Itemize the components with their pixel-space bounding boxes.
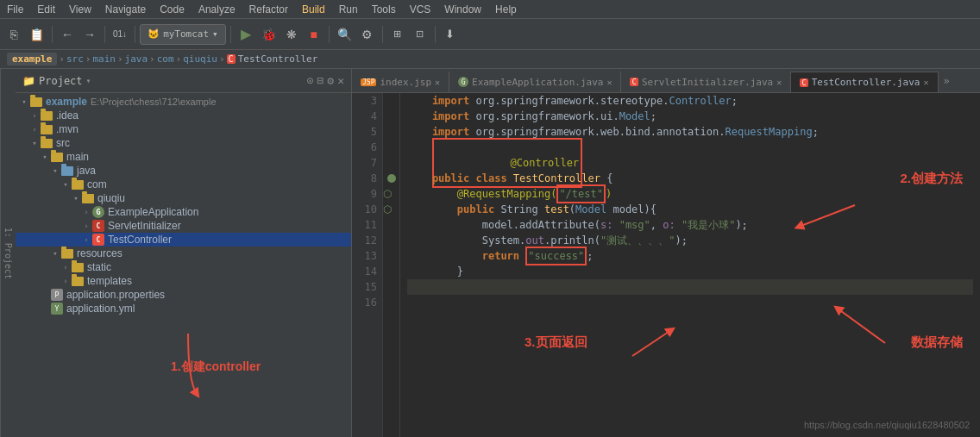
gutter-12 — [383, 264, 399, 279]
tab-servlet-init[interactable]: C ServletInitializer.java ✕ — [621, 72, 791, 92]
toolbar-back[interactable]: ← — [57, 23, 78, 46]
folder-qiuqiu-icon — [81, 192, 95, 204]
arrow-qiuqiu: ▾ — [71, 194, 81, 203]
crumb-com[interactable]: com — [157, 53, 174, 65]
tree-mvn[interactable]: › .mvn — [16, 122, 351, 136]
close-panel-icon[interactable]: ✕ — [337, 74, 344, 87]
tab-close-servlet[interactable]: ✕ — [776, 78, 782, 87]
tab-icon-spring: G — [458, 77, 468, 87]
tree-idea[interactable]: › .idea — [16, 109, 351, 122]
tab-test-controller[interactable]: C TestController.java ✕ — [791, 72, 938, 92]
folder-main-icon — [50, 151, 64, 163]
code-line-11: model.addAttribute(s: "msg", o: "我是小球"); — [407, 217, 973, 233]
menu-run[interactable]: Run — [332, 2, 365, 17]
collapse-icon[interactable]: ⊟ — [317, 74, 324, 87]
code-line-10: public String test(Model model){ — [407, 202, 973, 217]
tab-index-jsp[interactable]: JSP index.jsp ✕ — [352, 72, 449, 92]
toolbar-run[interactable]: ▶ — [236, 23, 256, 46]
tab-label-servlet: ServletInitializer.java — [642, 77, 773, 88]
tree-static[interactable]: › static — [16, 260, 351, 274]
arrow-servlet-init: › — [81, 222, 91, 230]
side-project-label[interactable]: 1: Project — [0, 69, 16, 437]
toolbar-build[interactable]: 01↓ — [110, 23, 130, 46]
menu-help[interactable]: Help — [488, 2, 524, 17]
tree-com[interactable]: ▾ com — [16, 178, 351, 191]
tab-close-example[interactable]: ✕ — [606, 78, 612, 87]
crumb-main[interactable]: main — [92, 53, 116, 65]
toolbar-download[interactable]: ⬇ — [440, 23, 461, 46]
toolbar-paste[interactable]: 📋 — [26, 23, 47, 46]
tree-root-example[interactable]: ▾ example E:\Project\chess\712\example — [16, 95, 351, 109]
tab-icon-servlet: C — [630, 78, 638, 86]
tree-label-example-app: ExampleApplication — [108, 206, 198, 218]
yml-icon: Y — [50, 303, 64, 315]
tree-label-resources: resources — [77, 247, 122, 259]
debug-point — [387, 174, 396, 183]
tree-test-controller[interactable]: › C TestController — [16, 233, 351, 247]
tree-label-qiuqiu: qiuqiu — [97, 192, 125, 204]
toolbar-more[interactable]: ⊡ — [410, 23, 430, 46]
tab-close-tc[interactable]: ✕ — [924, 78, 929, 87]
toolbar-forward[interactable]: → — [79, 23, 100, 46]
menu-code[interactable]: Code — [153, 2, 192, 17]
code-line-16 — [407, 295, 973, 310]
project-folder-icon: 📁 — [22, 75, 35, 87]
ln-12: 12 — [357, 233, 377, 248]
crumb-testcontroller[interactable]: C TestController — [227, 53, 318, 65]
toolbar-vcs[interactable]: ⊞ — [387, 23, 408, 46]
menu-view[interactable]: View — [62, 2, 98, 17]
toolbar-search[interactable]: 🔍 — [334, 23, 355, 46]
arrow-main: ▾ — [40, 153, 50, 161]
menu-tools[interactable]: Tools — [365, 2, 403, 17]
toolbar-copy[interactable]: ⎘ — [3, 23, 24, 46]
project-label: Project — [39, 75, 83, 87]
side-label-text: 1: Project — [3, 227, 13, 278]
tree-servlet-init[interactable]: › C ServletInitializer — [16, 219, 351, 233]
menu-window[interactable]: Window — [437, 2, 488, 17]
tree-path-example: E:\Project\chess\712\example — [91, 97, 217, 107]
menu-analyze[interactable]: Analyze — [192, 2, 242, 17]
tab-close-index[interactable]: ✕ — [435, 78, 440, 87]
tree-example-app[interactable]: › G ExampleApplication — [16, 205, 351, 219]
gutter-10 — [383, 233, 399, 248]
settings-gear-icon[interactable]: ⚙ — [327, 74, 334, 87]
toolbar-coverage[interactable]: ❋ — [281, 23, 302, 46]
crumb-example[interactable]: example — [7, 53, 57, 66]
toolbar-settings[interactable]: ⚙ — [357, 23, 378, 46]
arrow-example: ▾ — [19, 97, 29, 106]
code-content[interactable]: import org.springframework.stereotype.Co… — [400, 93, 980, 437]
project-dropdown[interactable]: ▾ — [86, 76, 91, 85]
tree-resources[interactable]: ▾ resources — [16, 247, 351, 260]
menu-navigate[interactable]: Navigate — [98, 2, 153, 17]
menu-build[interactable]: Build — [295, 2, 332, 17]
crumb-java[interactable]: java — [125, 53, 148, 65]
tree-label-src: src — [56, 137, 70, 149]
menu-edit[interactable]: Edit — [30, 2, 62, 17]
menu-refactor[interactable]: Refactor — [242, 2, 295, 17]
tab-overflow[interactable]: » — [939, 75, 955, 87]
crumb-src[interactable]: src — [66, 53, 84, 65]
breadcrumb: example › src › main › java › com › qiuq… — [0, 50, 980, 69]
code-line-12: System.out.println("测试、、、、"); — [407, 233, 973, 248]
ln-13: 13 — [357, 248, 377, 264]
crumb-qiuqiu[interactable]: qiuqiu — [183, 53, 217, 65]
menu-file[interactable]: File — [0, 2, 30, 17]
toolbar-debug[interactable]: 🐞 — [258, 23, 280, 46]
tree-java[interactable]: ▾ java — [16, 164, 351, 178]
tree-qiuqiu[interactable]: ▾ qiuqiu — [16, 191, 351, 205]
ln-9: 9 — [357, 186, 377, 202]
tree-app-props[interactable]: P application.properties — [16, 288, 351, 302]
tab-example-app[interactable]: G ExampleApplication.java ✕ — [449, 72, 621, 92]
arrow-resources: ▾ — [50, 249, 60, 258]
gutter-1 — [383, 93, 399, 109]
request-mapping-box: "/test" — [556, 184, 606, 203]
toolbar-stop[interactable]: ■ — [304, 23, 324, 46]
tree-templates[interactable]: › templates — [16, 274, 351, 288]
tree-src[interactable]: ▾ src — [16, 136, 351, 150]
menu-vcs[interactable]: VCS — [403, 2, 438, 17]
code-line-8: public class TestController { — [407, 171, 973, 186]
tree-app-yml[interactable]: Y application.yml — [16, 302, 351, 315]
tree-main[interactable]: ▾ main — [16, 150, 351, 164]
locate-icon[interactable]: ⊙ — [307, 74, 314, 87]
tomcat-selector[interactable]: 🐱 myTomcat ▾ — [140, 24, 226, 45]
